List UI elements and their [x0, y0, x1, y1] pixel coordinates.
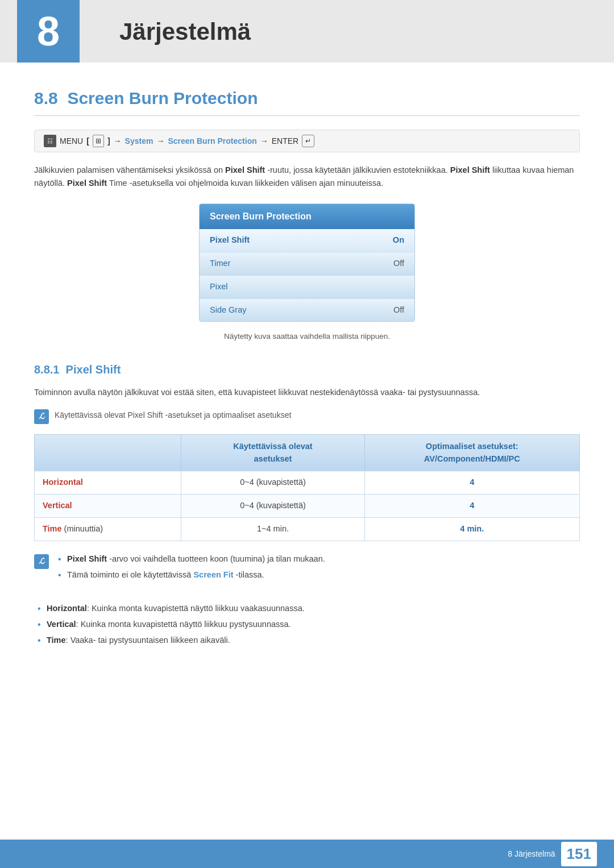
subsection-number: 8.8.1: [34, 363, 59, 376]
table-row-horizontal: Horizontal 0~4 (kuvapistettä) 4: [35, 471, 580, 495]
table-row-vertical: Vertical 0~4 (kuvapistettä) 4: [35, 495, 580, 518]
bullet-horizontal: Horizontal: Kuinka monta kuvapistettä nä…: [34, 602, 580, 614]
table-cell-time-optimal: 4 min.: [364, 517, 579, 541]
bullet-note-text-2b: -tilassa.: [234, 570, 264, 579]
vertical-bold: Vertical: [47, 620, 76, 629]
horizontal-bold: Horizontal: [47, 604, 87, 613]
chapter-header: 8 Järjestelmä: [0, 0, 614, 63]
table-cell-horizontal-optimal: 4: [364, 471, 579, 495]
note1-text: Käytettävissä olevat Pixel Shift -asetuk…: [55, 409, 291, 421]
section-number: 8.8: [34, 89, 58, 107]
table-cell-horizontal-range: 0~4 (kuvapistettä): [181, 471, 364, 495]
bullets-note-list: Pixel Shift -arvo voi vaihdella tuotteen…: [55, 553, 580, 582]
note-with-bullets: ℒ Pixel Shift -arvo voi vaihdella tuotte…: [34, 553, 580, 592]
menu-path: ☷ MENU [ ⊞ ] → System → Screen Burn Prot…: [34, 130, 580, 152]
bullet-note-text-1: -arvo voi vaihdella tuotteen koon (tuumi…: [107, 554, 325, 563]
intro-text-4: Time -asetuksella voi ohjelmoida kuvan l…: [107, 178, 383, 188]
menu-icon: ☷: [44, 135, 56, 147]
intro-text-2: -ruutu, jossa käytetään jälkikuvien esto…: [265, 165, 450, 175]
bullet-vertical: Vertical: Kuinka monta kuvapistettä näyt…: [34, 618, 580, 630]
subsection-intro-text: Toiminnon avulla näytön jälkikuvat voi e…: [34, 386, 580, 399]
note-below-menu: Näytetty kuva saattaa vaihdella mallista…: [34, 331, 580, 342]
sbp-item-value-side-gray: Off: [393, 304, 404, 317]
table-cell-vertical-label: Vertical: [35, 495, 181, 518]
bracket-close: ]: [107, 135, 110, 147]
table-header-current: Käytettävissä olevatasetukset: [181, 434, 364, 471]
bullets-note-content: Pixel Shift -arvo voi vaihdella tuotteen…: [55, 553, 580, 592]
main-bullets-list: Horizontal: Kuinka monta kuvapistettä nä…: [34, 602, 580, 647]
screen-fit-link: Screen Fit: [193, 570, 233, 579]
section-title: Screen Burn Protection: [67, 89, 258, 107]
horizontal-text: : Kuinka monta kuvapistettä näyttö liikk…: [87, 604, 305, 613]
sbp-item-label-pixel-shift: Pixel Shift: [210, 234, 250, 247]
vertical-text: : Kuinka monta kuvapistettä näyttö liikk…: [76, 620, 291, 629]
note-icon-1: ℒ: [34, 409, 49, 424]
sbp-item-label-pixel: Pixel: [210, 281, 227, 293]
table-cell-time-label: Time (minuuttia): [35, 517, 181, 541]
bullet-note-item-2: Tämä toiminto ei ole käytettävissä Scree…: [55, 568, 580, 581]
bullet-time: Time: Vaaka- tai pystysuuntaisen liikkee…: [34, 634, 580, 646]
sbp-item-timer[interactable]: Timer Off: [200, 252, 414, 276]
sbp-menu-box: Screen Burn Protection Pixel Shift On Ti…: [199, 203, 415, 322]
table-cell-time-range: 1~4 min.: [181, 517, 364, 541]
time-text: : Vaaka- tai pystysuuntaisen liikkeen ai…: [66, 636, 230, 645]
sbp-item-value-pixel-shift: On: [393, 234, 404, 247]
subsection-heading: 8.8.1 Pixel Shift: [34, 361, 580, 378]
arrow3: →: [260, 135, 268, 147]
main-content: 8.8 Screen Burn Protection ☷ MENU [ ⊞ ] …: [0, 63, 614, 703]
bullet-note-text-2a: Tämä toiminto ei ole käytettävissä: [67, 570, 193, 579]
chapter-title: Järjestelmä: [102, 14, 251, 49]
bullet-pixel-shift-bold: Pixel Shift: [67, 554, 107, 563]
note-icon-2: ℒ: [34, 554, 49, 569]
chapter-number-block: 8: [17, 0, 80, 63]
subsection-title: Pixel Shift: [66, 363, 121, 376]
intro-pixel-shift-1: Pixel Shift: [225, 165, 265, 175]
enter-label: ENTER: [272, 135, 298, 147]
intro-pixel-shift-2: Pixel Shift: [450, 165, 490, 175]
section-heading: 8.8 Screen Burn Protection: [34, 85, 580, 116]
footer-page-number: 151: [561, 842, 597, 866]
sbp-box-title: Screen Burn Protection: [200, 204, 414, 229]
table-cell-vertical-optimal: 4: [364, 495, 579, 518]
chapter-number: 8: [37, 11, 60, 52]
sbp-item-value-timer: Off: [393, 258, 404, 270]
enter-icon: ↵: [302, 135, 314, 147]
bullet-note-item-1: Pixel Shift -arvo voi vaihdella tuotteen…: [55, 553, 580, 565]
table-header-empty: [35, 434, 181, 471]
intro-pixel-shift-3: Pixel Shift: [67, 178, 107, 188]
bracket-open: [: [86, 135, 89, 147]
table-header-optimal: Optimaaliset asetukset:AV/Component/HDMI…: [364, 434, 579, 471]
arrow1: →: [114, 135, 122, 147]
sbp-item-label-side-gray: Side Gray: [210, 304, 246, 317]
sbp-item-pixel-shift[interactable]: Pixel Shift On: [200, 229, 414, 252]
system-label: System: [125, 135, 154, 147]
pixel-shift-table: Käytettävissä olevatasetukset Optimaalis…: [34, 434, 580, 541]
menu-label: MENU: [60, 135, 83, 147]
table-cell-vertical-range: 0~4 (kuvapistettä): [181, 495, 364, 518]
sbp-item-label-timer: Timer: [210, 258, 231, 270]
arrow2: →: [156, 135, 164, 147]
sbp-item-side-gray[interactable]: Side Gray Off: [200, 299, 414, 322]
footer: 8 Järjestelmä 151: [0, 840, 614, 868]
time-bold: Time: [47, 636, 66, 645]
sbp-item-pixel[interactable]: Pixel: [200, 276, 414, 299]
table-row-time: Time (minuuttia) 1~4 min. 4 min.: [35, 517, 580, 541]
note-block-1: ℒ Käytettävissä olevat Pixel Shift -aset…: [34, 409, 580, 424]
screen-burn-label: Screen Burn Protection: [168, 135, 256, 147]
table-cell-horizontal-label: Horizontal: [35, 471, 181, 495]
grid-icon: ⊞: [93, 135, 104, 147]
intro-text: Jälkikuvien palamisen vähentämiseksi yks…: [34, 164, 580, 190]
footer-chapter-text: 8 Järjestelmä: [508, 848, 555, 860]
intro-text-1: Jälkikuvien palamisen vähentämiseksi yks…: [34, 165, 225, 175]
